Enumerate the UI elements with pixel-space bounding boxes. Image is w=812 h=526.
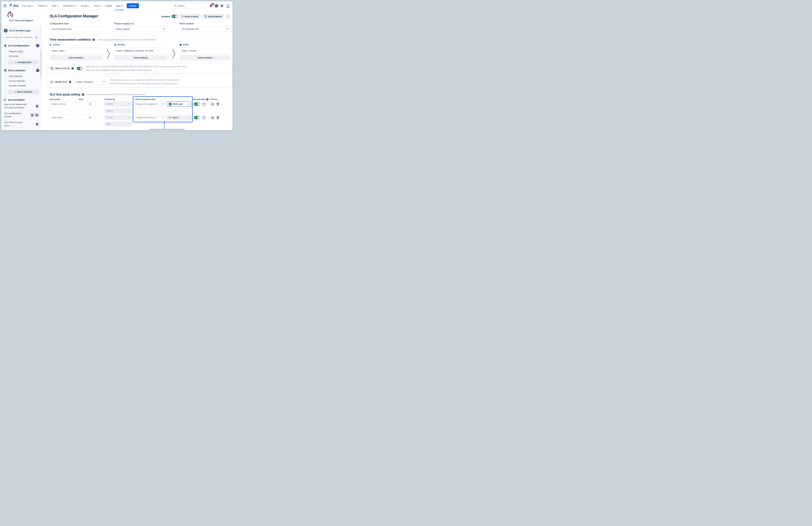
nav-item-projects[interactable]: Projects xyxy=(38,1,48,10)
start-add-condition-button[interactable]: Add condition xyxy=(50,55,102,60)
project-label: Project to apply SLA xyxy=(114,23,167,25)
doc-link[interactable]: Use Cases for your SLA's xyxy=(4,121,28,128)
add-configuration-icon[interactable]: + xyxy=(36,44,39,47)
goal-name-input[interactable] xyxy=(50,115,76,120)
documentation-icon xyxy=(4,98,7,101)
start-condition-header: START xyxy=(50,44,102,46)
limit-action-select[interactable]: Change the priority to xyxy=(134,115,165,120)
start-condition-value[interactable]: Status: Open xyxy=(50,48,102,54)
sidebar-search[interactable] xyxy=(4,35,39,40)
sidebar-item-europe-calendar[interactable]: Europe Calendar xyxy=(4,78,39,83)
nav-item-people[interactable]: People xyxy=(81,1,90,10)
pause-condition-value[interactable]: Status: Waiting for customer, On Hold xyxy=(114,48,167,54)
jira-logo[interactable]: Jira xyxy=(9,4,18,8)
chevron-down-icon xyxy=(227,28,228,30)
custom-field-toggle[interactable] xyxy=(194,116,200,119)
section-work-schedules: Work schedules + xyxy=(4,69,39,72)
global-search-input[interactable] xyxy=(178,4,204,7)
profile-button[interactable] xyxy=(226,4,230,8)
configuration-name-input[interactable] xyxy=(50,26,102,32)
project-select[interactable]: Diary support xyxy=(114,26,167,32)
video-icon xyxy=(35,114,38,116)
reset-condition-select[interactable]: Status: Reopend xyxy=(74,79,107,85)
info-icon[interactable]: i xyxy=(92,39,95,41)
goal-value-input[interactable] xyxy=(79,101,102,107)
expand-icon xyxy=(203,103,205,105)
app-switcher-icon[interactable] xyxy=(3,4,6,7)
work-schedule-select[interactable]: US Calendar 24/7 xyxy=(180,26,230,32)
stop-add-condition-button[interactable]: Add condition xyxy=(180,55,230,60)
notifications-button[interactable]: 9+ xyxy=(209,4,213,8)
doc-link[interactable]: How to Get Started with SLA Time and Rep… xyxy=(4,103,28,109)
nav-item-insight[interactable]: Insight xyxy=(105,1,112,10)
sidebar-item-qa-config[interactable]: QA config xyxy=(4,54,39,58)
doc-link[interactable]: SLA Configuration Tutorial xyxy=(4,112,28,119)
limit-action-select[interactable]: Change the assignee to xyxy=(134,101,165,107)
sidebar-item-usa-calendar[interactable]: USA Calendar xyxy=(4,74,39,78)
goal-name-header: Goal name xyxy=(50,98,60,101)
comment-button[interactable] xyxy=(211,116,215,120)
enabled-toggle[interactable] xyxy=(172,15,178,18)
multi-cycle-toggle[interactable] xyxy=(77,67,83,70)
scrollbar-thumb[interactable] xyxy=(41,50,41,76)
expand-icon xyxy=(203,116,205,119)
goal-name-input[interactable] xyxy=(50,101,76,107)
settings-button[interactable] xyxy=(220,4,223,8)
user-avatar: NL xyxy=(169,102,172,106)
comment-icon xyxy=(211,116,214,119)
chevron-down-icon xyxy=(162,117,164,118)
sidebar-item-my-work-schedule[interactable]: my work schedule xyxy=(4,83,39,88)
help-button[interactable]: ? xyxy=(215,4,218,8)
goal-value-input[interactable] xyxy=(79,115,102,120)
info-icon[interactable]: i xyxy=(82,93,84,96)
enabled-label: Enabled xyxy=(161,15,170,18)
delete-button[interactable] xyxy=(216,116,220,120)
work-schedule-label: Work schedule xyxy=(180,23,230,25)
context-by-select[interactable]: Priority xyxy=(104,115,132,120)
comment-button[interactable] xyxy=(211,102,215,106)
main-content: SLA Configuration Manager Enabled ?Book … xyxy=(42,10,233,130)
question-icon: ? xyxy=(215,4,218,8)
expand-button[interactable] xyxy=(202,115,206,120)
doc-article-button[interactable] xyxy=(35,122,39,127)
doc-article-button[interactable] xyxy=(35,104,39,108)
create-button[interactable]: Create xyxy=(127,3,139,8)
custom-field-toggle[interactable] xyxy=(194,102,200,106)
sidebar-search-input[interactable] xyxy=(5,36,34,39)
stop-condition-value[interactable]: Status: Closed xyxy=(180,48,230,54)
nav-item-your-work[interactable]: Your work xyxy=(22,1,34,10)
info-icon[interactable]: i xyxy=(206,98,208,101)
setup-wizard-button[interactable]: Setup Wizard xyxy=(202,14,224,19)
chevron-down-icon xyxy=(46,5,48,6)
global-search[interactable] xyxy=(173,3,206,9)
pause-add-condition-button[interactable]: Add condition xyxy=(114,55,167,60)
nav-item-plans[interactable]: Plans xyxy=(94,1,102,10)
add-work-schedule-button[interactable]: +Work schedule xyxy=(8,89,39,94)
info-icon[interactable]: i xyxy=(69,81,71,83)
context-value-select[interactable]: Highest xyxy=(104,108,132,113)
book-demo-button[interactable]: ?Book a demo xyxy=(179,14,201,19)
nav-item-apps[interactable]: Apps xyxy=(116,1,123,10)
priority-select[interactable]: Highest xyxy=(166,115,192,120)
expand-button[interactable] xyxy=(202,102,206,106)
stop-icon xyxy=(180,44,182,46)
sidebar-item-support-config[interactable]: Support config xyxy=(4,49,39,54)
screenshot-stage: Jira Your work Projects Filter Dashboard… xyxy=(0,0,234,132)
add-schedule-icon[interactable]: + xyxy=(36,69,39,72)
chevron-down-icon xyxy=(129,123,130,125)
search-icon xyxy=(174,5,176,7)
context-by-select[interactable]: Priority xyxy=(104,101,132,107)
chevron-down-icon xyxy=(75,5,77,6)
delete-button[interactable] xyxy=(216,102,220,106)
info-icon[interactable]: i xyxy=(71,67,74,70)
go-to-main-page-link[interactable]: Go to the Main page xyxy=(4,29,39,32)
nav-item-dashboards[interactable]: Dashboards xyxy=(63,1,77,10)
context-value-select[interactable]: High xyxy=(104,121,132,127)
nav-item-filter[interactable]: Filter xyxy=(52,1,59,10)
chevron-down-icon xyxy=(58,5,59,6)
assignee-select[interactable]: NL Nick Laid xyxy=(166,101,192,107)
doc-item-get-started: How to Get Started with SLA Time and Rep… xyxy=(4,101,39,111)
add-configuration-button[interactable]: +Configuration xyxy=(8,60,39,64)
more-options-button[interactable]: ⋮ xyxy=(226,14,230,19)
doc-article-video-buttons[interactable] xyxy=(30,113,39,117)
